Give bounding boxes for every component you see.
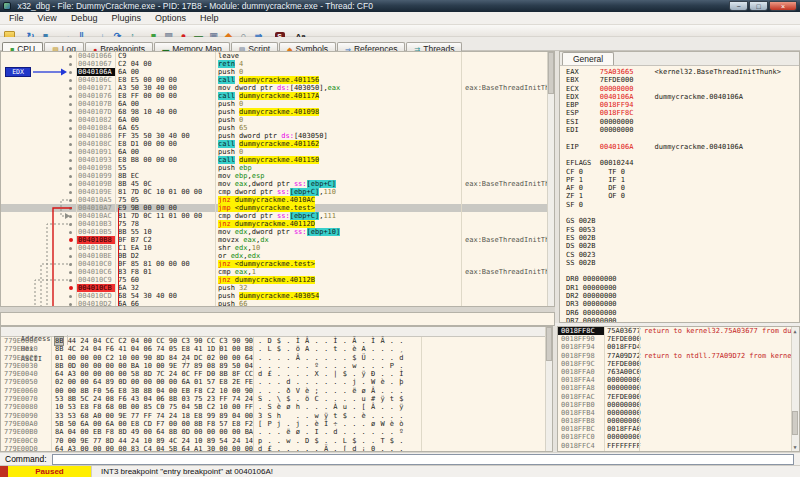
disasm-row[interactable]: 004010BE0B D2or edx,edx: [1, 252, 554, 260]
search-button[interactable]: ○: [236, 25, 251, 37]
maximize-button[interactable]: □: [749, 1, 768, 11]
command-input[interactable]: [52, 454, 794, 465]
dump-row[interactable]: 779E009033 53 68 A0 00 9E 77 FF 74 24 18…: [1, 412, 552, 420]
disasm-row[interactable]: 004010998B ECmov ebp,esp: [1, 172, 554, 180]
register-line[interactable]: DR1 00000000: [560, 284, 799, 292]
register-line[interactable]: CS 0023: [560, 251, 799, 259]
menu-view[interactable]: View: [31, 12, 64, 24]
minimize-button[interactable]: −: [729, 1, 748, 11]
scroll-up-icon[interactable]: ▲: [792, 327, 798, 335]
register-line[interactable]: EIP 0040106A dummycrackme.0040106A: [560, 143, 799, 151]
scrollbar-thumb[interactable]: [548, 52, 554, 94]
disasm-row[interactable]: 00401086FF 35 50 30 40 00push dword ptr …: [1, 132, 554, 140]
register-line[interactable]: ESP 0018FF8C: [560, 109, 799, 117]
stack-row[interactable]: 0018FFB400000000: [558, 409, 799, 417]
dump-row[interactable]: 779E005002 00 00 64 89 0D 00 00 00 00 6A…: [1, 378, 552, 386]
scrollbar-thumb[interactable]: [546, 327, 552, 361]
stack-row[interactable]: 0018FFA400000000: [558, 376, 799, 384]
stack-row[interactable]: 0018FFC000000000: [558, 433, 799, 441]
scroll-down-icon[interactable]: ▼: [792, 443, 798, 451]
step-out-button[interactable]: ↑: [125, 25, 140, 37]
stack-row[interactable]: 0018FFAC7EFDE000: [558, 393, 799, 401]
register-line[interactable]: [560, 267, 799, 275]
register-line[interactable]: [560, 134, 799, 142]
disasm-row[interactable]: 0040109B8B 45 0Cmov eax,dword ptr ss:[eb…: [1, 180, 554, 188]
disasm-row[interactable]: 004010916A 00push 0: [1, 148, 554, 156]
dump-row[interactable]: 779E004064 A3 00 00 00 00 58 8D 7C 24 0C…: [1, 370, 552, 378]
register-line[interactable]: DR2 00000000: [560, 292, 799, 300]
register-line[interactable]: SF 0: [560, 201, 799, 209]
disasm-row[interactable]: 00401093E8 B8 00 00 00call dummycrackme.…: [1, 156, 554, 164]
register-line[interactable]: DR7 00000000: [560, 317, 799, 323]
register-line[interactable]: ZF 1 OF 0: [560, 192, 799, 200]
step-over-button[interactable]: ↷: [110, 25, 125, 37]
register-line[interactable]: PF 1 IF 1: [560, 176, 799, 184]
register-line[interactable]: ECX 00000000: [560, 85, 799, 93]
dump-row[interactable]: 779E00B08A 04 00 EB F8 8D 49 00 64 8B 0D…: [1, 428, 552, 436]
register-line[interactable]: FS 0053: [560, 226, 799, 234]
register-line[interactable]: ES 002B: [560, 234, 799, 242]
font-size-button[interactable]: Aa: [293, 25, 308, 37]
pause-button[interactable]: ‖: [74, 25, 89, 37]
dump-row[interactable]: 779E008010 53 E8 F8 68 0B 00 85 C0 75 04…: [1, 403, 552, 411]
stack-row[interactable]: 0018FF9877A09D72return to ntdll.77A09D72…: [558, 352, 799, 360]
disasm-scrollbar[interactable]: [547, 52, 554, 306]
disasm-row[interactable]: 0040107B6A 00push 0: [1, 100, 554, 108]
dump-row[interactable]: 779E00008B 44 24 04 CC C2 04 00 CC 90 C3…: [1, 337, 552, 345]
tab-general[interactable]: General: [562, 52, 614, 65]
register-line[interactable]: DR3 00000000: [560, 300, 799, 308]
stack-scrollbar[interactable]: ▲ ▼: [791, 327, 799, 451]
stack-row[interactable]: 0018FFBC0018FFA0: [558, 425, 799, 433]
open-file-button[interactable]: [2, 25, 17, 37]
stack-row[interactable]: 0018FFA0763A00C0: [558, 368, 799, 376]
dump-row[interactable]: 779E00C070 00 9E 77 8D 44 24 10 89 4C 24…: [1, 437, 552, 445]
stack-row[interactable]: 0018FFC4FFFFFFFF: [558, 442, 799, 450]
disasm-row[interactable]: 004010AC81 7D 0C 11 01 00 00cmp dword pt…: [1, 212, 554, 220]
run-button[interactable]: →: [59, 25, 74, 37]
register-line[interactable]: EBX 7EFDE000: [560, 76, 799, 84]
stack-row[interactable]: 0018FFB000000000: [558, 401, 799, 409]
disasm-row[interactable]: 00401076E8 FF 00 00 00call dummycrackme.…: [1, 92, 554, 100]
dump-row[interactable]: 779E00D064 A3 00 00 00 00 83 C4 04 5B 64…: [1, 445, 552, 452]
stack-row[interactable]: 0018FFA800000000: [558, 384, 799, 392]
disasm-row[interactable]: 004010D26A 66push 66: [1, 300, 554, 307]
register-line[interactable]: DR6 00000000: [560, 309, 799, 317]
register-line[interactable]: [560, 151, 799, 159]
stack-row[interactable]: 0018FF907EFDE000: [558, 335, 799, 343]
stack-row[interactable]: 0018FFB800000000: [558, 417, 799, 425]
dump-row[interactable]: 779E00A05B 50 6A 00 6A 00 E8 CD F7 00 00…: [1, 420, 552, 428]
breakpoint-button[interactable]: ●: [176, 25, 191, 37]
disasm-row[interactable]: 004010B80F B7 C2movzx eax,dxeax:BaseThre…: [1, 236, 554, 244]
disasm-row[interactable]: 00401071A3 50 30 40 00mov dword ptr ds:[…: [1, 84, 554, 92]
register-line[interactable]: SS 002B: [560, 259, 799, 267]
dump-row[interactable]: 779E00108B 4C 24 04 F6 41 04 06 74 05 E8…: [1, 345, 552, 353]
register-line[interactable]: CF 0 TF 0: [560, 168, 799, 176]
register-line[interactable]: DS 002B: [560, 242, 799, 250]
scrollbar-thumb[interactable]: [792, 411, 798, 435]
register-line[interactable]: EAX 75A03665 <kernel32.BaseThreadInitThu…: [560, 68, 799, 76]
menu-help[interactable]: Help: [193, 12, 226, 24]
disasm-row[interactable]: 004010BBC1 EA 10shr edx,10: [1, 244, 554, 252]
menu-debug[interactable]: Debug: [64, 12, 105, 24]
register-line[interactable]: EDI 00000000: [560, 126, 799, 134]
disasm-row[interactable]: 004010C00F 85 81 00 00 00jnz <dummycrack…: [1, 260, 554, 268]
disasm-row[interactable]: 004010CB6A 32push 32: [1, 284, 554, 292]
dump-scrollbar[interactable]: [545, 327, 552, 451]
memory-map-button[interactable]: ▬: [191, 25, 206, 37]
register-line[interactable]: EFLAGS 00010244: [560, 159, 799, 167]
close-button[interactable]: ×: [769, 1, 797, 11]
register-line[interactable]: EBP 0018FF94: [560, 101, 799, 109]
stop-button[interactable]: ■: [38, 25, 53, 37]
disasm-row[interactable]: 0040107D68 98 10 40 00push dummycrackme.…: [1, 108, 554, 116]
disasm-row[interactable]: 004010B58B 55 10mov edx,dword ptr ss:[eb…: [1, 228, 554, 236]
disasm-row[interactable]: 004010CD68 54 30 40 00push dummycrackme.…: [1, 292, 554, 300]
disasm-row[interactable]: 004010A575 05jnz dummycrackme.4010AC: [1, 196, 554, 204]
register-line[interactable]: [560, 209, 799, 217]
disasm-row[interactable]: 0040109E81 7D 0C 10 01 00 00cmp dword pt…: [1, 188, 554, 196]
disasm-row[interactable]: 004010A7E9 9B 00 00 00jmp <dummycrackme.…: [1, 204, 554, 212]
restart-button[interactable]: ↻: [23, 25, 38, 37]
disasm-row[interactable]: 00401066C9leave: [1, 52, 554, 60]
disasm-row[interactable]: 004010C975 60jnz dummycrackme.40112B: [1, 276, 554, 284]
disasm-row[interactable]: 004010826A 00push 0: [1, 116, 554, 124]
references-button[interactable]: ⇒: [251, 25, 266, 37]
